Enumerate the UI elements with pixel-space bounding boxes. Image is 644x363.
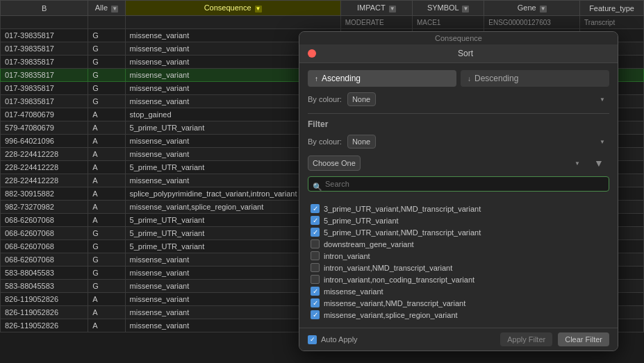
cell-c: A: [88, 187, 125, 201]
filter-list-item[interactable]: intron_variant,non_coding_transcript_var…: [308, 273, 609, 285]
cell-b: 017-47080679: [1, 108, 88, 121]
ascending-label: Ascending: [322, 74, 361, 83]
filter-icon-g[interactable]: ▼: [540, 6, 547, 12]
filter-list-item[interactable]: ✓missense_variant,NMD_transcript_variant: [308, 297, 609, 309]
filter-item-checkbox[interactable]: ✓: [311, 310, 320, 319]
footer-buttons: Apply Filter Clear Filter: [500, 332, 609, 346]
col-header-g[interactable]: Gene ▼: [484, 1, 580, 16]
first-row-d: [125, 16, 340, 29]
filter-item-checkbox[interactable]: [311, 239, 320, 248]
choose-one-expand-icon: ▼: [594, 158, 604, 169]
auto-apply-checkbox[interactable]: ✓: [308, 335, 317, 344]
cell-b: 017-39835817: [1, 56, 88, 69]
col-h-label: Feature_type: [589, 4, 634, 12]
cell-b: 228-224412228: [1, 148, 88, 161]
filter-icon-d[interactable]: ▼: [255, 6, 262, 12]
cell-c: G: [88, 267, 125, 280]
col-header-h[interactable]: Feature_type: [580, 1, 644, 16]
first-row-b: [1, 16, 88, 29]
cell-c: G: [88, 56, 125, 69]
cell-b: 982-73270982: [1, 201, 88, 214]
col-header-f[interactable]: SYMBOL ▼: [412, 1, 484, 16]
col-header-d[interactable]: Consequence ▼: [125, 1, 340, 16]
col-g-label: Gene: [518, 3, 536, 12]
filter-list-item[interactable]: ✓3_prime_UTR_variant,NMD_transcript_vari…: [308, 203, 609, 214]
cell-c: A: [88, 201, 125, 214]
filter-icon-c[interactable]: ▼: [111, 6, 118, 12]
filter-item-checkbox[interactable]: ✓: [311, 204, 320, 213]
cell-c: A: [88, 306, 125, 319]
cell-c: A: [88, 161, 125, 174]
filter-list-item[interactable]: intron_variant: [308, 250, 609, 262]
cell-b: 228-224412228: [1, 174, 88, 187]
filter-item-checkbox[interactable]: [311, 263, 320, 272]
cell-b: 017-39835817: [1, 82, 88, 95]
sort-buttons: ↑ Ascending ↓ Descending: [308, 70, 609, 87]
auto-apply-label: Auto Apply: [321, 335, 358, 344]
first-row-f: MACE1: [412, 16, 484, 29]
filter-item-checkbox[interactable]: ✓: [311, 216, 320, 225]
col-b-label: B: [42, 4, 47, 12]
filter-icon-e[interactable]: ▼: [389, 6, 396, 12]
col-header-c[interactable]: Alle ▼: [88, 1, 125, 16]
filter-list-item[interactable]: ✓missense_variant: [308, 285, 609, 297]
filter-list-item[interactable]: ✓5_prime_UTR_variant: [308, 214, 609, 226]
cell-b: 882-30915882: [1, 187, 88, 201]
filter-item-checkbox[interactable]: ✓: [311, 228, 320, 237]
col-c-label: Alle: [95, 3, 108, 12]
filter-item-label: intron_variant,non_coding_transcript_var…: [324, 276, 474, 284]
filter-section-label: Filter: [308, 119, 609, 129]
col-d-label: Consequence: [204, 3, 251, 12]
cell-c: A: [88, 319, 125, 332]
cell-c: G: [88, 227, 125, 240]
filter-item-checkbox[interactable]: [311, 251, 320, 260]
cell-c: A: [88, 293, 125, 306]
filter-item-label: 3_prime_UTR_variant,NMD_transcript_varia…: [324, 205, 481, 213]
sort-colour-select[interactable]: None: [347, 92, 376, 106]
filter-item-label: missense_variant,NMD_transcript_variant: [324, 299, 465, 307]
col-header-b[interactable]: B: [1, 1, 88, 16]
search-wrapper: 🔍: [308, 176, 609, 197]
filter-list-item[interactable]: downstream_gene_variant: [308, 238, 609, 250]
search-input[interactable]: [308, 176, 609, 192]
close-button[interactable]: [308, 49, 316, 58]
first-row-g: ENSG00000127603: [484, 16, 580, 29]
auto-apply-row: ✓ Auto Apply: [308, 335, 358, 344]
filter-list-item[interactable]: ✓missense_variant,splice_region_variant: [308, 309, 609, 321]
choose-one-select[interactable]: Choose One: [308, 155, 361, 171]
filter-colour-select-wrapper: None: [347, 135, 609, 149]
filter-list-item[interactable]: intron_variant,NMD_transcript_variant: [308, 262, 609, 273]
filter-popup: Consequence Sort ↑ Ascending ↓ Descendin…: [299, 31, 618, 351]
cell-b: 583-88045583: [1, 267, 88, 280]
filter-icon-f[interactable]: ▼: [462, 6, 469, 12]
sort-colour-select-wrapper: None: [347, 92, 609, 106]
cell-b: 068-62607068: [1, 253, 88, 267]
clear-filter-button[interactable]: Clear Filter: [558, 332, 609, 346]
cell-b: 228-224412228: [1, 161, 88, 174]
choose-one-arrow-btn[interactable]: ▼: [588, 158, 609, 169]
ascending-button[interactable]: ↑ Ascending: [308, 70, 456, 87]
cell-c: A: [88, 108, 125, 121]
col-f-label: SYMBOL: [427, 3, 459, 12]
filter-item-checkbox[interactable]: ✓: [311, 287, 320, 296]
popup-column-label: Consequence: [299, 32, 618, 44]
filter-item-label: intron_variant,NMD_transcript_variant: [324, 264, 452, 272]
filter-item-checkbox[interactable]: [311, 275, 320, 284]
filter-item-checkbox[interactable]: ✓: [311, 298, 320, 307]
filter-item-label: intron_variant: [324, 252, 370, 260]
cell-b: 017-39835817: [1, 42, 88, 56]
filter-list-item[interactable]: ✓5_prime_UTR_variant,NMD_transcript_vari…: [308, 226, 609, 238]
popup-title: Sort: [322, 49, 609, 58]
filter-item-label: 5_prime_UTR_variant,NMD_transcript_varia…: [324, 228, 481, 237]
search-icon: 🔍: [313, 183, 322, 192]
descending-button[interactable]: ↓ Descending: [461, 70, 609, 87]
apply-filter-button[interactable]: Apply Filter: [500, 332, 552, 346]
cell-b: 583-88045583: [1, 280, 88, 293]
cell-c: A: [88, 174, 125, 187]
filter-colour-select[interactable]: None: [347, 135, 376, 149]
filter-item-label: missense_variant,splice_region_variant: [324, 311, 458, 319]
cell-b: 826-119052826: [1, 306, 88, 319]
col-header-e[interactable]: IMPACT ▼: [340, 1, 412, 16]
descending-label: Descending: [474, 74, 518, 83]
descending-arrow-icon: ↓: [468, 75, 471, 83]
